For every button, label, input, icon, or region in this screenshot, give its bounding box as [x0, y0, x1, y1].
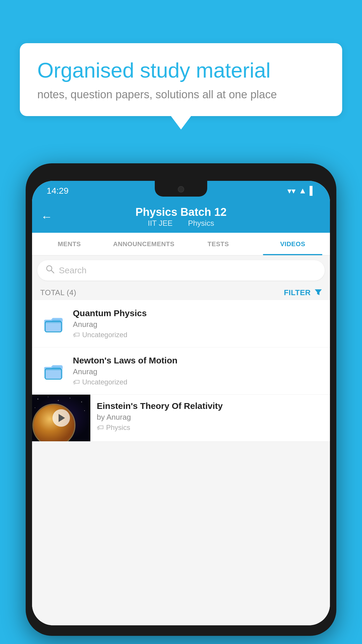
tag-icon: 🏷	[73, 378, 80, 386]
item-title: Newton's Laws of Motion	[73, 356, 322, 365]
svg-point-16	[84, 410, 85, 411]
back-button[interactable]: ←	[41, 210, 52, 223]
item-tag: 🏷 Uncategorized	[73, 331, 322, 339]
tag-icon: 🏷	[73, 331, 80, 339]
item-tag: 🏷 Uncategorized	[73, 378, 322, 386]
status-icons: ▾▾ ▲ ▌	[287, 186, 315, 196]
tab-ments[interactable]: MENTS	[32, 233, 107, 255]
svg-point-15	[35, 407, 35, 408]
item-author: Anurag	[73, 367, 322, 376]
svg-point-10	[38, 399, 38, 400]
svg-point-14	[81, 402, 82, 402]
svg-point-12	[58, 400, 59, 401]
header-tag2: Physics	[188, 219, 214, 228]
item-author: by Anurag	[97, 413, 324, 422]
item-content: Quantum Physics Anurag 🏷 Uncategorized	[73, 308, 322, 339]
video-thumbnail	[32, 395, 90, 441]
item-tag: 🏷 Physics	[97, 424, 324, 432]
wifi-icon: ▾▾	[287, 186, 296, 196]
phone-screen: 14:29 ▾▾ ▲ ▌ ← Physics Batch 12 IIT JEE …	[32, 181, 330, 625]
item-content: Newton's Laws of Motion Anurag 🏷 Uncateg…	[73, 356, 322, 386]
total-label: TOTAL (4)	[40, 288, 76, 297]
tab-tests[interactable]: TESTS	[181, 233, 256, 255]
speech-bubble: Organised study material notes, question…	[20, 43, 342, 116]
content-area: Search TOTAL (4) FILTER	[32, 256, 330, 625]
item-title: Einstein's Theory Of Relativity	[97, 401, 324, 411]
play-triangle-icon	[59, 414, 65, 422]
svg-line-1	[51, 270, 54, 273]
camera	[178, 186, 184, 192]
status-time: 14:29	[47, 186, 68, 196]
tab-announcements[interactable]: ANNOUNCEMENTS	[107, 233, 181, 255]
header-subtitle: IIT JEE Physics	[144, 219, 217, 228]
signal-icon: ▲	[298, 186, 307, 195]
list-item-video[interactable]: Einstein's Theory Of Relativity by Anura…	[32, 395, 330, 442]
svg-point-13	[70, 398, 70, 398]
list-item[interactable]: Quantum Physics Anurag 🏷 Uncategorized	[32, 300, 330, 347]
battery-icon: ▌	[310, 186, 315, 195]
svg-marker-2	[315, 289, 322, 295]
item-title: Quantum Physics	[73, 308, 322, 318]
tab-videos[interactable]: VIDEOS	[256, 233, 330, 255]
list-item[interactable]: Newton's Laws of Motion Anurag 🏷 Uncateg…	[32, 347, 330, 395]
tag-icon: 🏷	[97, 424, 104, 432]
bubble-title: Organised study material	[37, 58, 325, 83]
video-list: Quantum Physics Anurag 🏷 Uncategorized	[32, 300, 330, 442]
app-header: ← Physics Batch 12 IIT JEE Physics	[32, 201, 330, 233]
header-tag1: IIT JEE	[148, 219, 173, 228]
item-content: Einstein's Theory Of Relativity by Anura…	[90, 395, 330, 438]
notch	[155, 181, 207, 197]
search-icon	[45, 265, 55, 276]
phone-frame: 14:29 ▾▾ ▲ ▌ ← Physics Batch 12 IIT JEE …	[26, 163, 336, 636]
tab-bar: MENTS ANNOUNCEMENTS TESTS VIDEOS	[32, 233, 330, 256]
folder-icon	[40, 315, 66, 332]
play-button[interactable]	[52, 409, 70, 427]
bubble-subtitle: notes, question papers, solutions all at…	[37, 88, 325, 101]
search-bar[interactable]: Search	[37, 260, 325, 281]
search-placeholder: Search	[59, 265, 87, 275]
folder-icon	[40, 362, 66, 380]
svg-point-11	[48, 397, 48, 397]
header-title: Physics Batch 12	[136, 206, 227, 219]
item-author: Anurag	[73, 320, 322, 329]
filter-bar: TOTAL (4) FILTER	[32, 285, 330, 300]
filter-button[interactable]: FILTER	[284, 288, 322, 297]
